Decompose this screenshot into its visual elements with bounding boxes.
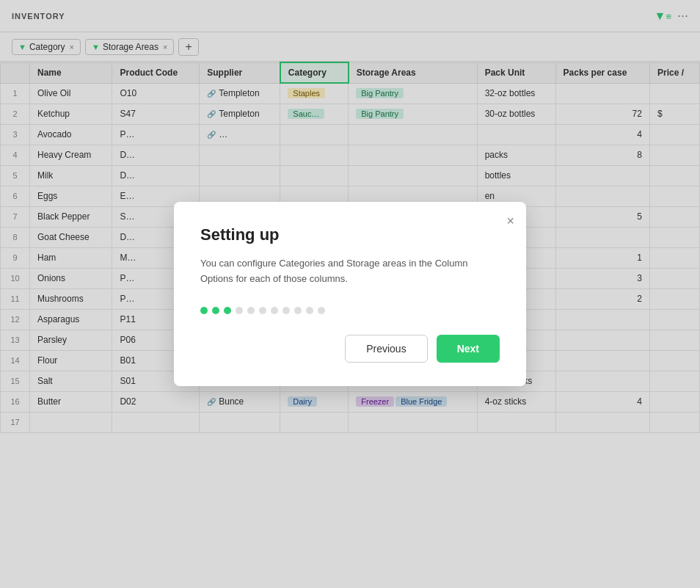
progress-dot-10 — [318, 307, 325, 314]
progress-dot-9 — [306, 307, 313, 314]
progress-dot-7 — [282, 307, 290, 314]
previous-button[interactable]: Previous — [345, 335, 427, 363]
progress-dot-0 — [200, 307, 208, 314]
progress-dot-6 — [271, 307, 278, 314]
modal-overlay: × Setting up You can configure Categorie… — [0, 0, 700, 588]
modal-title: Setting up — [200, 225, 500, 244]
progress-dot-8 — [294, 307, 302, 314]
setting-up-modal: × Setting up You can configure Categorie… — [174, 202, 526, 387]
progress-dot-5 — [259, 307, 266, 314]
modal-actions: Previous Next — [200, 335, 500, 363]
modal-progress-dots — [200, 307, 500, 314]
next-button[interactable]: Next — [437, 335, 500, 363]
modal-body: You can configure Categories and Storage… — [200, 256, 500, 287]
progress-dot-1 — [212, 307, 219, 314]
progress-dot-4 — [247, 307, 255, 314]
progress-dot-2 — [224, 307, 231, 314]
progress-dot-3 — [236, 307, 243, 314]
modal-close-button[interactable]: × — [506, 214, 514, 229]
